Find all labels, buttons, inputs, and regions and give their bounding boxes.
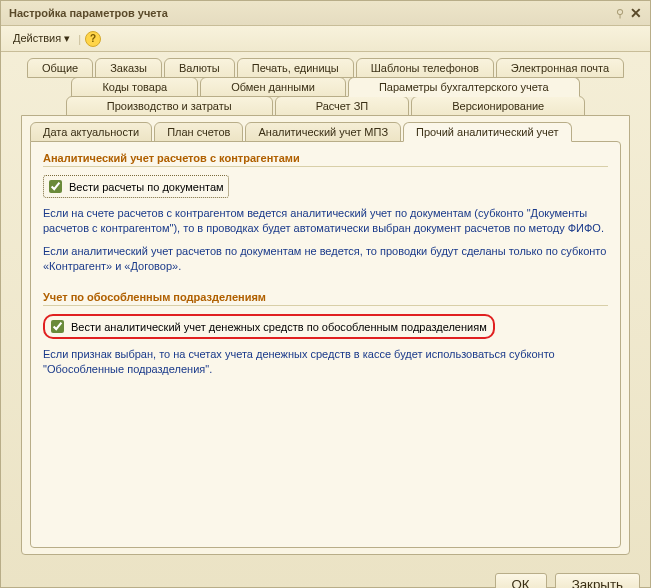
inner-tab-mpz[interactable]: Аналитический учет МПЗ bbox=[245, 122, 401, 142]
section1-info2: Если аналитический учет расчетов по доку… bbox=[43, 244, 608, 274]
tab-data-exchange[interactable]: Обмен данными bbox=[200, 77, 346, 97]
section2-title: Учет по обособленным подразделениям bbox=[43, 291, 608, 306]
tab-email[interactable]: Электронная почта bbox=[496, 58, 624, 78]
close-button-rest: акрыть bbox=[580, 577, 623, 588]
tab-product-codes[interactable]: Коды товара bbox=[71, 77, 198, 97]
toolbar-separator: | bbox=[78, 33, 81, 45]
inner-content: Аналитический учет расчетов с контрагент… bbox=[30, 141, 621, 548]
close-button[interactable]: Закрыть bbox=[555, 573, 640, 588]
tab-row-1: Общие Заказы Валюты Печать, единицы Шабл… bbox=[11, 58, 640, 78]
pin-icon[interactable]: ⚲ bbox=[616, 7, 624, 20]
checkbox-documents-settlement-label: Вести расчеты по документам bbox=[69, 181, 224, 193]
close-icon[interactable]: ✕ bbox=[630, 5, 642, 21]
ok-button-label: ОК bbox=[512, 577, 530, 588]
ok-button[interactable]: ОК bbox=[495, 573, 547, 588]
tab-accounting-params[interactable]: Параметры бухгалтерского учета bbox=[348, 77, 580, 97]
tab-print-units[interactable]: Печать, единицы bbox=[237, 58, 354, 78]
toolbar: Действия ▾ | ? bbox=[1, 26, 650, 52]
section1-info1: Если на счете расчетов с контрагентом ве… bbox=[43, 206, 608, 236]
inner-tab-accounts-plan[interactable]: План счетов bbox=[154, 122, 243, 142]
window-title: Настройка параметров учета bbox=[9, 7, 168, 19]
section2-info: Если признак выбран, то на счетах учета … bbox=[43, 347, 608, 377]
tab-content: Дата актуальности План счетов Аналитичес… bbox=[21, 115, 630, 555]
checkbox-separate-divisions-label: Вести аналитический учет денежных средст… bbox=[71, 321, 487, 333]
tab-payroll[interactable]: Расчет ЗП bbox=[275, 96, 410, 116]
titlebar: Настройка параметров учета ⚲ ✕ bbox=[1, 1, 650, 26]
tab-row-2: Коды товара Обмен данными Параметры бухг… bbox=[11, 77, 640, 97]
actions-menu-button[interactable]: Действия ▾ bbox=[9, 30, 74, 47]
close-button-hotkey: З bbox=[572, 577, 580, 588]
tab-currencies[interactable]: Валюты bbox=[164, 58, 235, 78]
tab-orders[interactable]: Заказы bbox=[95, 58, 162, 78]
window-controls: ⚲ ✕ bbox=[616, 5, 642, 21]
tab-general[interactable]: Общие bbox=[27, 58, 93, 78]
section1-title: Аналитический учет расчетов с контрагент… bbox=[43, 152, 608, 167]
tab-phone-templates[interactable]: Шаблоны телефонов bbox=[356, 58, 494, 78]
help-icon[interactable]: ? bbox=[85, 31, 101, 47]
outer-tabs: Общие Заказы Валюты Печать, единицы Шабл… bbox=[1, 52, 650, 567]
settings-window: Настройка параметров учета ⚲ ✕ Действия … bbox=[0, 0, 651, 588]
checkbox-documents-settlement-input[interactable] bbox=[49, 180, 62, 193]
footer: ОК Закрыть bbox=[1, 567, 650, 588]
inner-tab-actuality[interactable]: Дата актуальности bbox=[30, 122, 152, 142]
inner-tabs: Дата актуальности План счетов Аналитичес… bbox=[30, 122, 621, 142]
tab-versioning[interactable]: Версионирование bbox=[411, 96, 585, 116]
checkbox-separate-divisions[interactable]: Вести аналитический учет денежных средст… bbox=[43, 314, 495, 339]
checkbox-documents-settlement[interactable]: Вести расчеты по документам bbox=[43, 175, 229, 198]
tab-row-3: Производство и затраты Расчет ЗП Версион… bbox=[11, 96, 640, 116]
checkbox-separate-divisions-input[interactable] bbox=[51, 320, 64, 333]
tab-production[interactable]: Производство и затраты bbox=[66, 96, 273, 116]
inner-tab-other-analytics[interactable]: Прочий аналитический учет bbox=[403, 122, 572, 142]
